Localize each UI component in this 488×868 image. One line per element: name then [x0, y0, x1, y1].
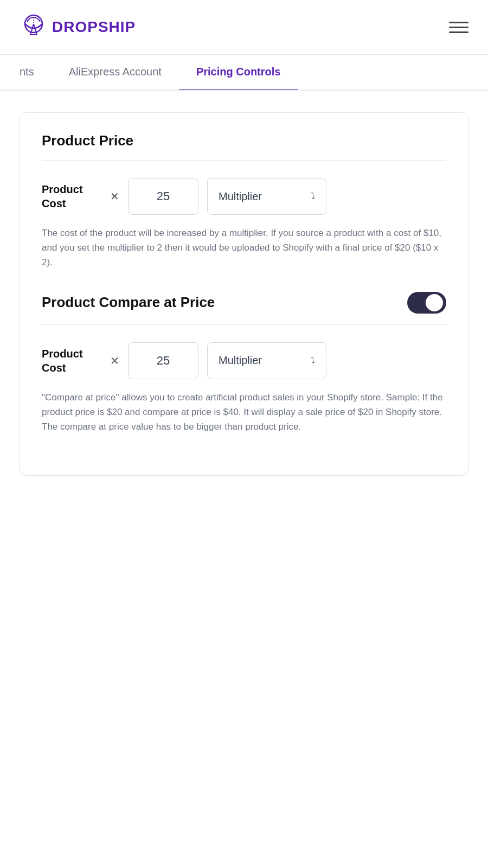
- product-price-title: Product Price: [42, 132, 446, 149]
- compare-chevron-down-icon: ⤵: [311, 356, 315, 366]
- multiplier-label: Multiplier: [219, 190, 262, 203]
- hamburger-line-3: [449, 31, 468, 33]
- logo-text: DROPSHIP: [52, 18, 136, 36]
- main-content: Product Price Product Cost ✕ Multiplier …: [0, 91, 488, 497]
- product-cost-row: Product Cost ✕ Multiplier ⤵: [42, 178, 446, 215]
- product-price-divider: [42, 160, 446, 161]
- hamburger-menu-button[interactable]: [449, 22, 468, 33]
- tab-partial[interactable]: nts: [20, 55, 52, 91]
- tabs-nav: nts AliExpress Account Pricing Controls: [0, 55, 488, 91]
- compare-section-header: Product Compare at Price: [42, 292, 446, 314]
- logo-icon: [20, 13, 48, 41]
- compare-multiplier-select[interactable]: Multiplier ⤵: [207, 342, 326, 379]
- tab-aliexpress[interactable]: AliExpress Account: [52, 55, 179, 91]
- compare-cost-input[interactable]: [128, 342, 198, 379]
- compare-at-price-description: "Compare at price" allows you to create …: [42, 390, 446, 435]
- logo: DROPSHIP: [20, 13, 136, 41]
- compare-price-divider: [42, 324, 446, 325]
- toggle-thumb: [426, 294, 443, 311]
- product-cost-input[interactable]: [128, 178, 198, 215]
- product-cost-close-icon[interactable]: ✕: [110, 190, 119, 203]
- product-price-description: The cost of the product will be increase…: [42, 226, 446, 270]
- compare-cost-label: Product Cost: [42, 347, 101, 375]
- hamburger-line-2: [449, 27, 468, 28]
- chevron-down-icon: ⤵: [311, 192, 315, 201]
- product-multiplier-select[interactable]: Multiplier ⤵: [207, 178, 326, 215]
- compare-multiplier-label: Multiplier: [219, 354, 262, 367]
- compare-cost-close-icon[interactable]: ✕: [110, 354, 119, 367]
- compare-at-price-title: Product Compare at Price: [42, 294, 215, 311]
- product-cost-label: Product Cost: [42, 182, 101, 210]
- tab-pricing-controls[interactable]: Pricing Controls: [179, 55, 298, 91]
- compare-at-price-section: Product Compare at Price Product Cost ✕ …: [42, 292, 446, 435]
- compare-cost-row: Product Cost ✕ Multiplier ⤵: [42, 342, 446, 379]
- hamburger-line-1: [449, 22, 468, 23]
- product-price-section: Product Price Product Cost ✕ Multiplier …: [42, 132, 446, 270]
- pricing-card: Product Price Product Cost ✕ Multiplier …: [20, 112, 468, 476]
- app-header: DROPSHIP: [0, 0, 488, 54]
- compare-at-price-toggle[interactable]: [407, 292, 446, 314]
